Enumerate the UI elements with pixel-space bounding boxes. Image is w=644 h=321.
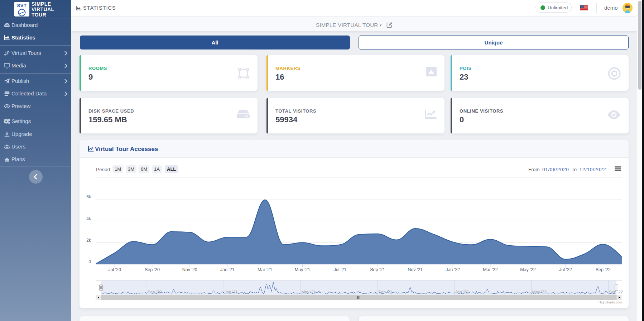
svg-text:Jan '21: Jan '21 xyxy=(220,267,235,272)
svg-text:Jul '22: Jul '22 xyxy=(559,267,572,272)
svg-text:6k: 6k xyxy=(86,194,91,199)
svg-text:Sep '20: Sep '20 xyxy=(148,290,162,294)
svg-text:Nov '21: Nov '21 xyxy=(408,267,423,272)
svg-text:Sep '20: Sep '20 xyxy=(145,267,160,272)
svg-text:Highcharts.com: Highcharts.com xyxy=(599,300,622,304)
svg-text:Mar '21: Mar '21 xyxy=(258,267,272,272)
svg-text:Jan '21: Jan '21 xyxy=(225,290,238,294)
svg-text:May '22: May '22 xyxy=(532,290,547,294)
svg-text:Jul '21: Jul '21 xyxy=(334,267,347,272)
svg-text:Nov '20: Nov '20 xyxy=(182,267,197,272)
svg-text:Sep '21: Sep '21 xyxy=(370,267,385,272)
svg-text:2k: 2k xyxy=(86,238,91,243)
svg-text:Jan '22: Jan '22 xyxy=(446,267,460,272)
svg-text:May '21: May '21 xyxy=(295,267,310,272)
svg-text:0: 0 xyxy=(88,259,91,264)
svg-text:Sep '21: Sep '21 xyxy=(378,290,392,294)
svg-text:Jan '22: Jan '22 xyxy=(455,290,468,294)
svg-text:May '21: May '21 xyxy=(302,290,316,294)
svg-text:4k: 4k xyxy=(86,216,91,221)
svg-text:Jul '20: Jul '20 xyxy=(108,267,121,272)
svg-text:May '22: May '22 xyxy=(520,267,535,272)
svg-text:Sep '22: Sep '22 xyxy=(596,267,611,272)
svg-text:Mar '22: Mar '22 xyxy=(483,267,498,272)
